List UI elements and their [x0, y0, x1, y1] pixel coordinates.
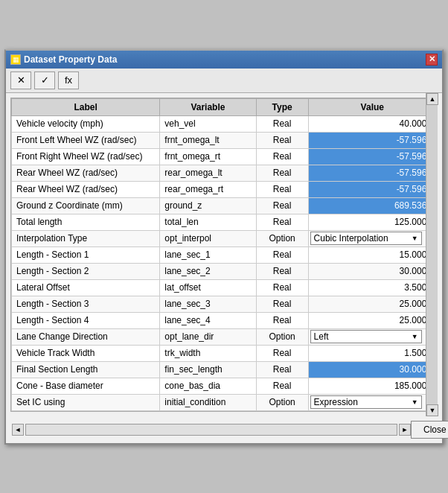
cell-label: Rear Wheel WZ (rad/sec) — [12, 181, 160, 197]
col-header-label: Label — [12, 98, 160, 115]
cell-value: -57.5964 — [308, 132, 436, 148]
cell-label: Lateral Offset — [12, 279, 160, 296]
cell-type: Real — [256, 197, 308, 214]
cell-type: Real — [256, 279, 308, 296]
window-icon: ▦ — [10, 54, 21, 65]
data-table-container: Label Variable Type Value Vehicle veloci… — [10, 98, 438, 412]
cell-value: 30.0000 — [308, 263, 436, 279]
cell-variable: rear_omega_rt — [160, 181, 256, 197]
scroll-down-button[interactable]: ▼ — [426, 404, 438, 416]
cell-label: Rear Wheel WZ (rad/sec) — [12, 165, 160, 181]
col-header-type: Type — [256, 98, 308, 115]
cell-variable: frnt_omega_lt — [160, 132, 256, 148]
table-row: Lane Change Directionopt_lane_dirOptionL… — [12, 328, 437, 345]
table-row: Cone - Base diametercone_bas_diaReal185.… — [12, 378, 437, 394]
cell-type: Option — [256, 394, 308, 410]
table-row: Length - Section 1lane_sec_1Real15.0000 — [12, 246, 437, 263]
col-header-value: Value — [308, 98, 436, 115]
cell-type: Real — [256, 296, 308, 312]
cell-type: Real — [256, 361, 308, 378]
cell-value[interactable]: Left▼ — [308, 328, 436, 345]
cell-label: Final Section Length — [12, 361, 160, 378]
cell-label: Length - Section 1 — [12, 246, 160, 263]
cell-label: Vehicle Track Width — [12, 345, 160, 361]
cell-value: -57.5964 — [308, 181, 436, 197]
cell-label: Front Right Wheel WZ (rad/sec) — [12, 148, 160, 165]
window-title: Dataset Property Data — [24, 54, 117, 65]
cell-label: Length - Section 2 — [12, 263, 160, 279]
titlebar: ▦ Dataset Property Data ✕ — [6, 51, 442, 69]
cell-value: 25.0000 — [308, 312, 436, 328]
cell-variable: rear_omega_lt — [160, 165, 256, 181]
table-row: Rear Wheel WZ (rad/sec)rear_omega_rtReal… — [12, 181, 437, 197]
dropdown-box[interactable]: Cubic Interpolation▼ — [310, 232, 422, 245]
vertical-scrollbar[interactable]: ▲ ▼ — [426, 93, 438, 416]
cell-type: Option — [256, 230, 308, 246]
cell-value[interactable]: Expression▼ — [308, 394, 436, 410]
cell-variable: lane_sec_2 — [160, 263, 256, 279]
cell-type: Real — [256, 263, 308, 279]
close-window-button[interactable]: ✕ — [426, 54, 438, 66]
cell-type: Real — [256, 312, 308, 328]
dropdown-box[interactable]: Expression▼ — [310, 395, 422, 409]
cell-variable: trk_width — [160, 345, 256, 361]
cell-value: 25.0000 — [308, 296, 436, 312]
cell-variable: lane_sec_3 — [160, 296, 256, 312]
toolbar: ✕ ✓ fx — [6, 69, 442, 93]
cell-value: 689.5360 — [308, 197, 436, 214]
close-button[interactable]: Close — [411, 421, 448, 439]
cell-variable: veh_vel — [160, 115, 256, 132]
cell-type: Option — [256, 328, 308, 345]
scroll-up-button[interactable]: ▲ — [426, 93, 438, 105]
cell-type: Real — [256, 148, 308, 165]
cell-variable: lane_sec_4 — [160, 312, 256, 328]
cell-value: 30.0000 — [308, 361, 436, 378]
formula-button[interactable]: fx — [58, 71, 79, 89]
cell-value[interactable]: Cubic Interpolation▼ — [308, 230, 436, 246]
cell-type: Real — [256, 165, 308, 181]
dropdown-box[interactable]: Left▼ — [310, 330, 422, 343]
table-row: Set IC usinginitial_conditionOptionExpre… — [12, 394, 437, 410]
cell-label: Front Left Wheel WZ (rad/sec) — [12, 132, 160, 148]
cell-label: Ground z Coordinate (mm) — [12, 197, 160, 214]
cell-label: Total length — [12, 214, 160, 230]
col-header-variable: Variable — [160, 98, 256, 115]
titlebar-left: ▦ Dataset Property Data — [10, 54, 117, 65]
cell-type: Real — [256, 132, 308, 148]
cell-label: Vehicle velocity (mph) — [12, 115, 160, 132]
table-row: Rear Wheel WZ (rad/sec)rear_omega_ltReal… — [12, 165, 437, 181]
table-row: Final Section Lengthfin_sec_lengthReal30… — [12, 361, 437, 378]
cell-label: Cone - Base diameter — [12, 378, 160, 394]
cell-value: 185.0000 — [308, 378, 436, 394]
cell-variable: opt_interpol — [160, 230, 256, 246]
cell-value: 1.5000 — [308, 345, 436, 361]
table-row: Vehicle Track Widthtrk_widthReal1.5000 — [12, 345, 437, 361]
cell-type: Real — [256, 115, 308, 132]
confirm-button[interactable]: ✓ — [34, 71, 55, 89]
table-header-row: Label Variable Type Value — [12, 98, 437, 115]
table-row: Interpolation Typeopt_interpolOptionCubi… — [12, 230, 437, 246]
table-row: Length - Section 4lane_sec_4Real25.0000 — [12, 312, 437, 328]
cell-label: Length - Section 3 — [12, 296, 160, 312]
table-row: Length - Section 3lane_sec_3Real25.0000 — [12, 296, 437, 312]
table-row: Lateral Offsetlat_offsetReal3.5000 — [12, 279, 437, 296]
table-wrapper: Label Variable Type Value Vehicle veloci… — [6, 93, 442, 416]
scroll-left-button[interactable]: ◄ — [12, 424, 24, 436]
table-row: Vehicle velocity (mph)veh_velReal40.0000 — [12, 115, 437, 132]
table-row: Front Right Wheel WZ (rad/sec)frnt_omega… — [12, 148, 437, 165]
cell-label: Interpolation Type — [12, 230, 160, 246]
cell-type: Real — [256, 345, 308, 361]
cell-value: 3.5000 — [308, 279, 436, 296]
cell-variable: opt_lane_dir — [160, 328, 256, 345]
data-table: Label Variable Type Value Vehicle veloci… — [11, 98, 437, 411]
cell-variable: total_len — [160, 214, 256, 230]
main-window: ▦ Dataset Property Data ✕ ✕ ✓ fx Label V… — [4, 49, 444, 445]
scroll-right-button[interactable]: ► — [399, 424, 411, 436]
cell-value: 15.0000 — [308, 246, 436, 263]
cell-variable: frnt_omega_rt — [160, 148, 256, 165]
table-row: Total lengthtotal_lenReal125.0000 — [12, 214, 437, 230]
cell-value: -57.5964 — [308, 165, 436, 181]
cell-value: -57.5964 — [308, 148, 436, 165]
cancel-button[interactable]: ✕ — [10, 71, 31, 89]
cell-type: Real — [256, 181, 308, 197]
